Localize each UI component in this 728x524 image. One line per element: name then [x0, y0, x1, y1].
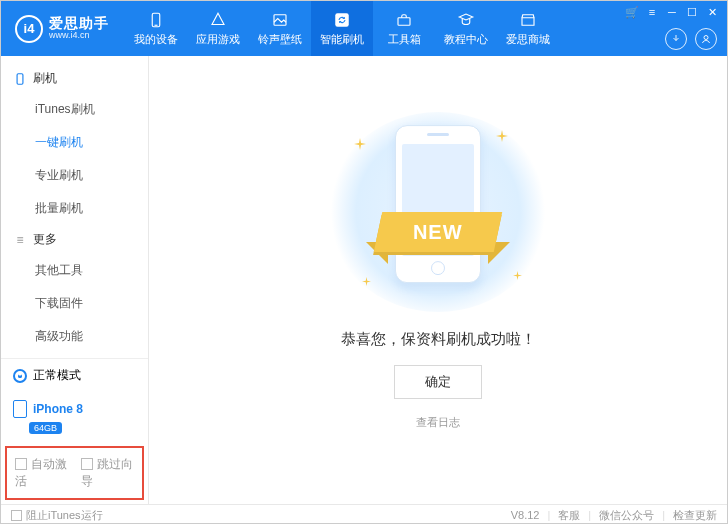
device-mode-row[interactable]: 正常模式 [1, 359, 148, 392]
nav-apps[interactable]: 应用游戏 [187, 1, 249, 56]
prevent-itunes-checkbox[interactable]: 阻止iTunes运行 [11, 508, 103, 523]
sidebar-item-itunes-flash[interactable]: iTunes刷机 [1, 93, 148, 126]
store-icon [519, 11, 537, 29]
sidebar-item-other-tools[interactable]: 其他工具 [1, 254, 148, 287]
refresh-icon [333, 11, 351, 29]
sidebar-group-more[interactable]: ≡ 更多 [1, 225, 148, 254]
nav-label: 工具箱 [388, 32, 421, 47]
nav-flash[interactable]: 智能刷机 [311, 1, 373, 56]
app-url: www.i4.cn [49, 31, 109, 41]
sidebar-group-label: 刷机 [33, 70, 57, 87]
device-mode-label: 正常模式 [33, 367, 81, 384]
header-actions [665, 28, 717, 50]
auto-activate-checkbox[interactable]: 自动激活 [15, 456, 69, 490]
main-panel: NEW 恭喜您，保资料刷机成功啦！ 确定 查看日志 [149, 56, 727, 504]
toolbox-icon [395, 11, 413, 29]
device-storage-row: 64GB [1, 420, 148, 442]
nav-label: 智能刷机 [320, 32, 364, 47]
support-link[interactable]: 客服 [558, 508, 580, 523]
sidebar-group-flash[interactable]: 刷机 [1, 64, 148, 93]
sparkle-icon [496, 130, 508, 142]
svg-rect-4 [398, 17, 410, 25]
sidebar-item-pro-flash[interactable]: 专业刷机 [1, 159, 148, 192]
tutorial-icon [457, 11, 475, 29]
new-ribbon: NEW [378, 212, 498, 252]
skip-guide-checkbox[interactable]: 跳过向导 [81, 456, 135, 490]
cart-icon[interactable]: 🛒 [625, 5, 639, 19]
wechat-link[interactable]: 微信公众号 [599, 508, 654, 523]
nav-label: 教程中心 [444, 32, 488, 47]
download-button[interactable] [665, 28, 687, 50]
success-illustration: NEW [328, 112, 548, 312]
sidebar: 刷机 iTunes刷机 一键刷机 专业刷机 批量刷机 ≡ 更多 其他工具 下载固… [1, 56, 149, 504]
svg-point-5 [704, 36, 708, 40]
status-icon [13, 369, 27, 383]
maximize-button[interactable]: ☐ [685, 5, 699, 19]
sidebar-bottom: 正常模式 iPhone 8 64GB 自动激活 跳过向导 [1, 358, 148, 504]
svg-rect-3 [335, 13, 349, 27]
device-icon [13, 400, 27, 418]
apps-icon [209, 11, 227, 29]
flash-options-row: 自动激活 跳过向导 [5, 446, 144, 500]
menu-icon[interactable]: ≡ [645, 5, 659, 19]
nav-my-device[interactable]: 我的设备 [125, 1, 187, 56]
nav-store[interactable]: 爱思商城 [497, 1, 559, 56]
minimize-button[interactable]: ─ [665, 5, 679, 19]
list-icon: ≡ [13, 233, 27, 247]
nav-label: 应用游戏 [196, 32, 240, 47]
view-log-link[interactable]: 查看日志 [416, 415, 460, 430]
success-message: 恭喜您，保资料刷机成功啦！ [341, 330, 536, 349]
device-row[interactable]: iPhone 8 [1, 392, 148, 420]
version-label: V8.12 [511, 509, 540, 521]
app-body: 刷机 iTunes刷机 一键刷机 专业刷机 批量刷机 ≡ 更多 其他工具 下载固… [1, 56, 727, 504]
ribbon-text: NEW [413, 221, 463, 244]
sidebar-item-oneclick-flash[interactable]: 一键刷机 [1, 126, 148, 159]
sparkle-icon [513, 269, 522, 278]
nav-label: 爱思商城 [506, 32, 550, 47]
nav-toolbox[interactable]: 工具箱 [373, 1, 435, 56]
app-logo: i4 爱思助手 www.i4.cn [1, 15, 119, 43]
sidebar-item-advanced[interactable]: 高级功能 [1, 320, 148, 353]
nav-label: 我的设备 [134, 32, 178, 47]
nav-ringtone[interactable]: 铃声壁纸 [249, 1, 311, 56]
main-nav: 我的设备 应用游戏 铃声壁纸 智能刷机 工具箱 教程中心 爱思商城 [125, 1, 559, 56]
device-name: iPhone 8 [33, 402, 83, 416]
phone-icon [147, 11, 165, 29]
status-bar: 阻止iTunes运行 V8.12 | 客服 | 微信公众号 | 检查更新 [1, 504, 727, 524]
sparkle-icon [362, 275, 371, 284]
nav-tutorial[interactable]: 教程中心 [435, 1, 497, 56]
check-update-link[interactable]: 检查更新 [673, 508, 717, 523]
svg-rect-6 [17, 73, 23, 84]
image-icon [271, 11, 289, 29]
storage-badge: 64GB [29, 422, 62, 434]
app-title: 爱思助手 [49, 16, 109, 31]
app-header: i4 爱思助手 www.i4.cn 我的设备 应用游戏 铃声壁纸 智能刷机 工具… [1, 1, 727, 56]
user-button[interactable] [695, 28, 717, 50]
logo-badge: i4 [15, 15, 43, 43]
sidebar-item-download-firmware[interactable]: 下载固件 [1, 287, 148, 320]
nav-label: 铃声壁纸 [258, 32, 302, 47]
ok-button[interactable]: 确定 [394, 365, 482, 399]
close-button[interactable]: ✕ [705, 5, 719, 19]
sidebar-item-batch-flash[interactable]: 批量刷机 [1, 192, 148, 225]
phone-outline-icon [13, 72, 27, 86]
sidebar-group-label: 更多 [33, 231, 57, 248]
sparkle-icon [354, 138, 366, 150]
phone-graphic [395, 125, 481, 283]
window-controls: 🛒 ≡ ─ ☐ ✕ [625, 5, 719, 19]
